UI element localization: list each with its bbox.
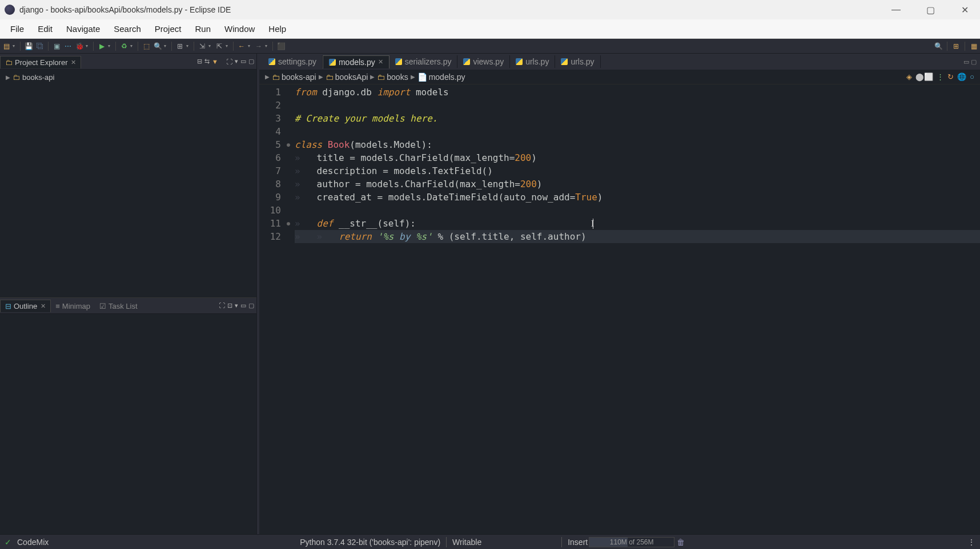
collapse-all-icon[interactable]: ⊟ [197, 58, 202, 65]
python-icon [561, 58, 568, 65]
outline-tab[interactable]: ⊟ Outline ✕ [0, 300, 51, 312]
line-gutter: 123456789101112 [259, 84, 287, 534]
menu-help[interactable]: Help [262, 22, 293, 36]
memory-meter[interactable]: 110M of 256M 🗑 [589, 537, 685, 547]
toggle-icon[interactable]: ⬤⬜ [915, 72, 933, 81]
save-icon[interactable]: 💾 [23, 41, 34, 51]
project-explorer-tab[interactable]: 🗀 Project Explorer ✕ [0, 56, 81, 68]
code-content[interactable]: from django.db import models # Create yo… [294, 84, 980, 534]
menu-project[interactable]: Project [148, 22, 188, 36]
view-menu-icon[interactable]: ▾ [235, 58, 238, 65]
codemix-icon[interactable]: ⋯ [63, 41, 73, 51]
expand-arrow-icon[interactable]: ▶ [6, 74, 10, 80]
maximize-editor-icon[interactable]: ▢ [971, 58, 977, 66]
editor-tab-urls-py[interactable]: urls.py [555, 55, 600, 68]
tree-icon[interactable]: ⊞ [175, 41, 185, 51]
ext1-icon[interactable]: ⇲ [197, 41, 207, 51]
minimize-button[interactable]: — [887, 5, 905, 15]
text-cursor [593, 219, 593, 229]
save-all-icon[interactable]: ⿻ [35, 41, 45, 51]
tree-icon[interactable]: ⋮ [937, 72, 944, 81]
menu-window[interactable]: Window [218, 22, 262, 36]
perspective-codemix-icon[interactable]: ▦ [969, 41, 979, 51]
editor-tab-serializers-py[interactable]: serializers.py [389, 55, 458, 68]
close-icon[interactable]: ✕ [71, 59, 76, 66]
link-editor-icon[interactable]: ⇆ [204, 58, 210, 65]
maximize-button[interactable]: ▢ [921, 5, 939, 15]
folder-icon: 🗀 [377, 72, 385, 82]
tab-label: urls.py [571, 57, 594, 66]
gc-icon[interactable]: 🗑 [677, 538, 685, 547]
outline-tabs: ⊟ Outline ✕ ≡ Minimap ☑ Task List ⛶ ⊡ ▾ … [0, 298, 256, 314]
nav-icon[interactable]: ◈ [906, 72, 912, 81]
crumb-2[interactable]: booksApi [335, 72, 368, 82]
project-explorer-icon: 🗀 [5, 58, 13, 67]
folder-icon: 🗀 [13, 73, 20, 82]
window-title: django - books-api/booksApi/books/models… [19, 5, 887, 14]
project-explorer-body: ▶ 🗀 books-api [0, 70, 256, 298]
focus-icon[interactable]: ⛶ [219, 302, 225, 309]
close-button[interactable]: ✕ [955, 5, 974, 15]
check-icon: ✓ [5, 538, 11, 547]
menu-navigate[interactable]: Navigate [59, 22, 107, 36]
python-icon [463, 58, 470, 65]
run-icon[interactable]: ▶ [97, 41, 107, 51]
view-menu-icon[interactable]: ▾ [235, 302, 238, 309]
back-icon[interactable]: ← [236, 41, 247, 51]
ext2-icon[interactable]: ⇱ [214, 41, 224, 51]
forward-icon[interactable]: → [254, 41, 264, 51]
window-titlebar: django - books-api/booksApi/books/models… [0, 0, 980, 19]
crumb-3[interactable]: books [387, 72, 408, 82]
pin-icon[interactable]: ⬛ [276, 41, 286, 51]
maximize-panel-icon[interactable]: ▢ [248, 302, 254, 309]
status-python[interactable]: Python 3.7.4 32-bit ('books-api': pipenv… [294, 538, 446, 547]
circle-icon[interactable]: ○ [970, 72, 974, 81]
menu-run[interactable]: Run [188, 22, 218, 36]
minimap-tab[interactable]: ≡ Minimap [51, 300, 95, 312]
menu-file[interactable]: File [3, 22, 31, 36]
crumb-4[interactable]: models.py [429, 72, 465, 82]
status-menu-icon[interactable]: ⋮ [967, 538, 975, 547]
editor-tab-views-py[interactable]: views.py [457, 55, 510, 68]
tab-label: urls.py [525, 57, 549, 66]
new-package-icon[interactable]: ⬚ [141, 41, 151, 51]
refresh-icon[interactable]: ↻ [947, 72, 954, 81]
maximize-panel-icon[interactable]: ▢ [248, 58, 254, 65]
perspective-open-icon[interactable]: ⊞ [951, 41, 961, 51]
run-last-icon[interactable]: ♻ [119, 41, 129, 51]
minimize-panel-icon[interactable]: ▭ [240, 58, 246, 65]
project-root-item[interactable]: ▶ 🗀 books-api [6, 73, 251, 82]
open-terminal-icon[interactable]: ▣ [51, 41, 62, 51]
project-explorer-title: Project Explorer [15, 58, 67, 67]
restore-icon[interactable]: ▭ [963, 58, 969, 66]
close-icon[interactable]: ✕ [378, 58, 383, 66]
close-icon[interactable]: ✕ [41, 302, 46, 310]
editor-tab-settings-py[interactable]: settings.py [263, 55, 323, 68]
crumb-1[interactable]: books-api [282, 72, 316, 82]
filter-icon[interactable]: ▼ [212, 58, 218, 65]
tab-label: views.py [473, 57, 504, 66]
menu-search[interactable]: Search [107, 22, 148, 36]
sync-icon[interactable]: ⊡ [227, 302, 232, 309]
debug-icon[interactable]: 🐞 [74, 41, 85, 51]
new-icon[interactable]: ▤ [1, 41, 11, 51]
tasklist-tab[interactable]: ☑ Task List [95, 300, 142, 312]
tab-label: models.py [339, 58, 375, 67]
focus-icon[interactable]: ⛶ [226, 58, 232, 65]
main-toolbar: ▤▾ 💾 ⿻ ▣ ⋯ 🐞▾ ▶▾ ♻▾ ⬚ 🔍▾ ⊞▾ ⇲▾ ⇱▾ ←▾ →▾ … [0, 39, 980, 54]
python-icon [268, 58, 275, 65]
chrome-icon[interactable]: 🌐 [957, 72, 966, 81]
outline-body [0, 314, 256, 535]
quick-access-icon[interactable]: 🔍 [933, 41, 943, 51]
breadcrumb: ▶ 🗀 books-api ▶ 🗀 booksApi ▶ 🗀 books ▶ 📄… [259, 70, 980, 84]
python-icon [329, 59, 336, 66]
menu-edit[interactable]: Edit [31, 22, 59, 36]
fold-gutter[interactable]: ●● [287, 84, 294, 534]
editor-tab-models-py[interactable]: models.py✕ [323, 55, 389, 68]
minimize-panel-icon[interactable]: ▭ [240, 302, 246, 309]
status-codemix[interactable]: CodeMix [11, 538, 54, 547]
search-icon[interactable]: 🔍 [152, 41, 163, 51]
editor-tab-urls-py[interactable]: urls.py [510, 55, 555, 68]
code-editor[interactable]: 123456789101112 ●● from django.db import… [259, 84, 980, 534]
minimap-title: Minimap [62, 302, 90, 310]
